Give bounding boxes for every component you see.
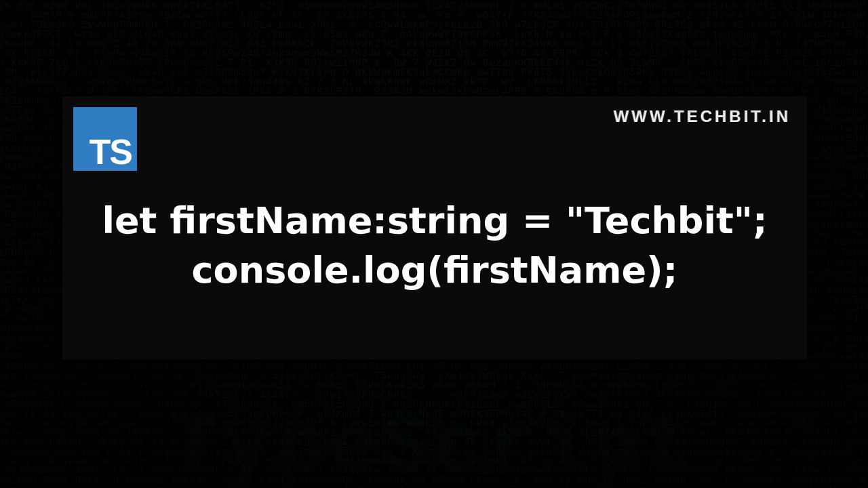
typescript-badge-label: TS	[90, 134, 132, 169]
typescript-badge-icon: TS	[73, 107, 137, 171]
code-snippet: let firstName:string = "Techbit"; consol…	[62, 197, 807, 296]
code-line-1: let firstName:string = "Techbit";	[62, 197, 807, 246]
site-url: WWW.TECHBIT.IN	[614, 107, 791, 126]
code-line-2: console.log(firstName);	[62, 246, 807, 296]
